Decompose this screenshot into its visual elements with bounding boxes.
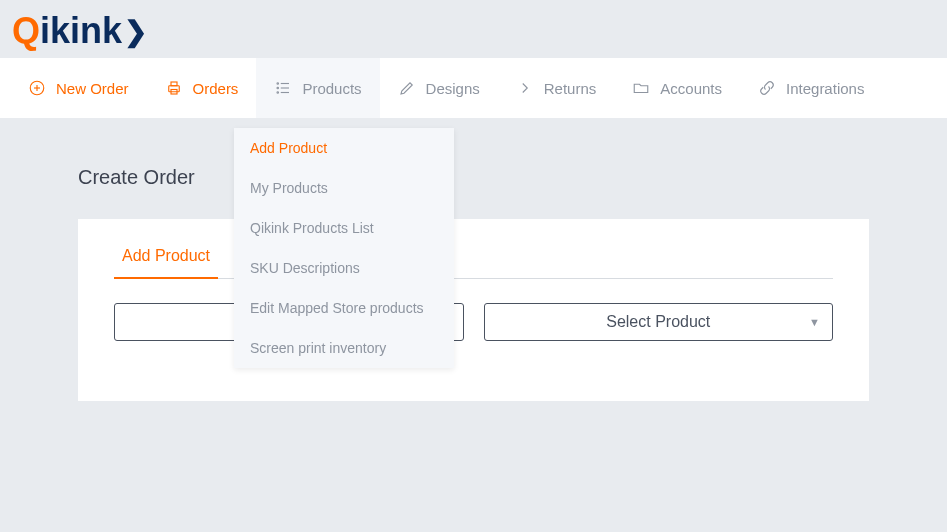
link-icon — [758, 79, 776, 97]
chevron-right-icon — [516, 79, 534, 97]
nav-label: Orders — [193, 80, 239, 97]
content: Create Order Add Product Men's ▼ Select … — [0, 118, 947, 401]
list-icon — [274, 79, 292, 97]
nav-designs[interactable]: Designs — [380, 58, 498, 118]
logo: Qikink❯ — [12, 10, 935, 52]
select-row: Men's ▼ Select Product ▼ — [114, 303, 833, 341]
svg-rect-4 — [171, 82, 177, 86]
nav-new-order[interactable]: New Order — [10, 58, 147, 118]
logo-ikink: ikink — [40, 10, 122, 52]
select-value: Select Product — [606, 313, 710, 331]
dropdown-item-add-product[interactable]: Add Product — [234, 128, 454, 168]
product-select[interactable]: Select Product ▼ — [484, 303, 834, 341]
dropdown-item-edit-mapped[interactable]: Edit Mapped Store products — [234, 288, 454, 328]
svg-rect-3 — [168, 86, 179, 92]
svg-point-9 — [277, 83, 279, 85]
nav-orders[interactable]: Orders — [147, 58, 257, 118]
tabs: Add Product — [114, 247, 833, 279]
logo-arrow-icon: ❯ — [124, 15, 147, 48]
svg-point-11 — [277, 92, 279, 94]
folder-icon — [632, 79, 650, 97]
dropdown-item-products-list[interactable]: Qikink Products List — [234, 208, 454, 248]
svg-point-10 — [277, 87, 279, 89]
products-dropdown: Add Product My Products Qikink Products … — [234, 128, 454, 368]
nav-label: Integrations — [786, 80, 864, 97]
nav-label: Products — [302, 80, 361, 97]
dropdown-item-screen-print[interactable]: Screen print inventory — [234, 328, 454, 368]
caret-down-icon: ▼ — [809, 316, 820, 328]
logo-q: Q — [12, 10, 40, 52]
nav-label: Returns — [544, 80, 597, 97]
page-title: Create Order — [78, 166, 869, 189]
dropdown-item-sku-descriptions[interactable]: SKU Descriptions — [234, 248, 454, 288]
dropdown-item-my-products[interactable]: My Products — [234, 168, 454, 208]
nav-label: Designs — [426, 80, 480, 97]
nav-label: Accounts — [660, 80, 722, 97]
card: Add Product Men's ▼ Select Product ▼ — [78, 219, 869, 401]
nav-products[interactable]: Products — [256, 58, 379, 118]
nav-integrations[interactable]: Integrations — [740, 58, 882, 118]
nav-returns[interactable]: Returns — [498, 58, 615, 118]
logo-bar: Qikink❯ — [0, 0, 947, 58]
printer-icon — [165, 79, 183, 97]
tab-add-product[interactable]: Add Product — [114, 247, 218, 279]
nav-accounts[interactable]: Accounts — [614, 58, 740, 118]
plus-circle-icon — [28, 79, 46, 97]
nav-label: New Order — [56, 80, 129, 97]
main-nav: New Order Orders Products Designs Return… — [0, 58, 947, 118]
pencil-icon — [398, 79, 416, 97]
